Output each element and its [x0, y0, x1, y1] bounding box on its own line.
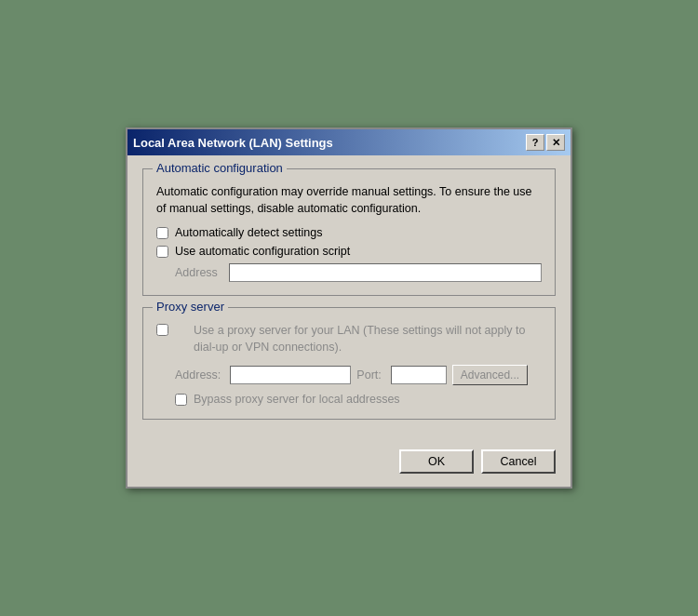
help-button[interactable]: ? — [526, 134, 544, 151]
automatic-config-title: Automatic configuration — [153, 161, 287, 175]
advanced-button[interactable]: Advanced... — [452, 365, 528, 385]
auto-config-address-row: Address — [175, 263, 542, 282]
proxy-enable-row: Use a proxy server for your LAN (These s… — [156, 323, 542, 355]
dialog-footer: OK Cancel — [128, 444, 570, 487]
automatic-config-section: Automatic configuration Automatic config… — [142, 168, 556, 296]
auto-script-label: Use automatic configuration script — [175, 245, 350, 258]
proxy-address-label: Address: — [175, 368, 221, 382]
ok-button[interactable]: OK — [399, 449, 474, 474]
automatic-config-description: Automatic configuration may override man… — [156, 184, 542, 217]
cancel-button[interactable]: Cancel — [481, 449, 556, 474]
proxy-enable-checkbox[interactable] — [156, 324, 168, 336]
proxy-port-label: Port: — [356, 368, 381, 382]
close-button[interactable]: ✕ — [546, 134, 565, 151]
proxy-address-row: Address: Port: Advanced... — [175, 365, 542, 385]
auto-detect-row: Automatically detect settings — [156, 226, 542, 239]
auto-script-checkbox[interactable] — [156, 246, 168, 258]
lan-settings-dialog: Local Area Network (LAN) Settings ? ✕ Au… — [126, 127, 572, 489]
auto-config-address-label: Address — [175, 266, 221, 279]
bypass-checkbox[interactable] — [175, 394, 187, 406]
title-bar: Local Area Network (LAN) Settings ? ✕ — [128, 129, 570, 155]
auto-script-row: Use automatic configuration script — [156, 245, 542, 258]
auto-detect-label: Automatically detect settings — [175, 226, 322, 239]
auto-detect-checkbox[interactable] — [156, 227, 168, 239]
bypass-label: Bypass proxy server for local addresses — [194, 393, 400, 406]
bypass-row: Bypass proxy server for local addresses — [175, 393, 542, 406]
proxy-server-title: Proxy server — [153, 300, 228, 314]
proxy-port-input[interactable] — [391, 366, 447, 384]
dialog-title: Local Area Network (LAN) Settings — [133, 136, 333, 150]
dialog-content: Automatic configuration Automatic config… — [128, 155, 570, 444]
auto-config-address-input[interactable] — [229, 263, 542, 282]
title-bar-buttons: ? ✕ — [526, 134, 565, 151]
proxy-enable-label: Use a proxy server for your LAN (These s… — [194, 323, 542, 355]
proxy-address-input[interactable] — [230, 366, 351, 384]
proxy-server-section: Proxy server Use a proxy server for your… — [142, 307, 556, 420]
